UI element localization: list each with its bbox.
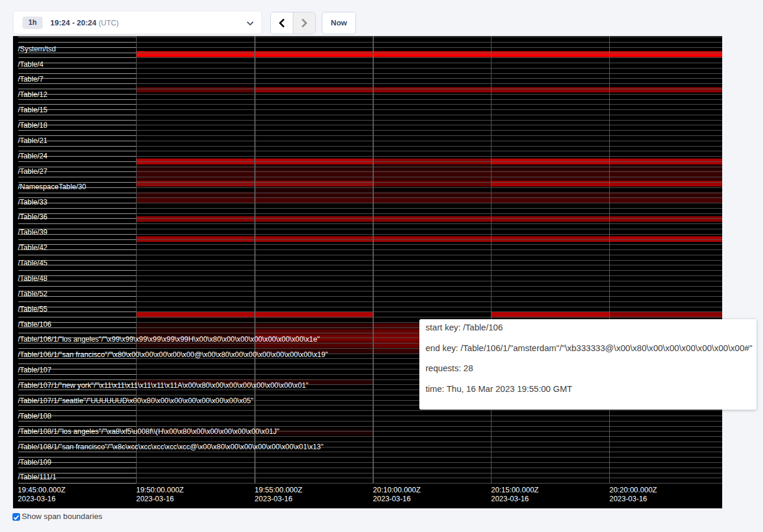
svg-text:/Table/106/1/"san francisco"/": /Table/106/1/"san francisco"/"\x80\x00\x… (18, 351, 328, 359)
svg-text:2023-03-16: 2023-03-16 (491, 495, 529, 503)
svg-text:/Table/18: /Table/18 (18, 121, 47, 129)
svg-text:/Table/39: /Table/39 (18, 228, 47, 236)
svg-text:/Table/4: /Table/4 (18, 60, 43, 69)
svg-text:/Table/109: /Table/109 (18, 458, 51, 466)
svg-text:/Table/27: /Table/27 (18, 167, 47, 176)
svg-text:/Table/24: /Table/24 (18, 152, 47, 160)
svg-text:/Table/55: /Table/55 (18, 305, 47, 313)
svg-text:/Table/42: /Table/42 (18, 244, 47, 252)
svg-text:/Table/33: /Table/33 (18, 198, 47, 206)
svg-text:/Table/108: /Table/108 (18, 412, 51, 420)
svg-text:/Table/106/1/"los angeles"/"\x: /Table/106/1/"los angeles"/"\x99\x99\x99… (18, 335, 319, 343)
svg-text:/Table/45: /Table/45 (18, 259, 47, 267)
svg-text:/Table/106: /Table/106 (18, 320, 51, 329)
svg-text:/Table/21: /Table/21 (18, 137, 47, 145)
svg-text:2023-03-16: 2023-03-16 (136, 495, 174, 503)
svg-text:/Table/7: /Table/7 (18, 75, 43, 83)
svg-text:/Table/52: /Table/52 (18, 290, 47, 298)
svg-text:2023-03-16: 2023-03-16 (609, 495, 647, 503)
svg-text:19:50:00.000Z: 19:50:00.000Z (136, 486, 184, 494)
svg-text:/Table/111/1: /Table/111/1 (18, 473, 56, 481)
svg-text:/Table/107: /Table/107 (18, 366, 51, 374)
svg-text:/System/tsd: /System/tsd (18, 45, 56, 53)
svg-text:2023-03-16: 2023-03-16 (255, 495, 293, 503)
svg-text:/Table/108/1/"san francisco"/": /Table/108/1/"san francisco"/"\x8c\xcc\x… (18, 443, 324, 451)
svg-text:/Table/107/1/"seattle"/"UUUUUU: /Table/107/1/"seattle"/"UUUUUUD\x00\x80\… (18, 397, 253, 405)
svg-text:/Table/108/1/"los angeles"/"\x: /Table/108/1/"los angeles"/"\xa8\xf5\u00… (18, 427, 279, 436)
svg-text:/Table/48: /Table/48 (18, 274, 47, 283)
svg-text:2023-03-16: 2023-03-16 (18, 495, 56, 503)
svg-text:20:10:00.000Z: 20:10:00.000Z (373, 486, 421, 494)
svg-text:19:55:00.000Z: 19:55:00.000Z (255, 486, 303, 494)
svg-text:/Table/12: /Table/12 (18, 90, 47, 99)
svg-text:2023-03-16: 2023-03-16 (373, 495, 411, 503)
svg-text:/Table/15: /Table/15 (18, 106, 47, 114)
svg-text:/Table/36: /Table/36 (18, 213, 47, 221)
svg-text:19:45:00.000Z: 19:45:00.000Z (18, 486, 66, 494)
svg-text:20:20:00.000Z: 20:20:00.000Z (609, 486, 657, 494)
svg-text:/NamespaceTable/30: /NamespaceTable/30 (18, 183, 86, 191)
svg-text:/Table/107/1/"new york"/"\x11\: /Table/107/1/"new york"/"\x11\x11\x11\x1… (18, 381, 308, 390)
svg-text:20:15:00.000Z: 20:15:00.000Z (491, 486, 539, 494)
